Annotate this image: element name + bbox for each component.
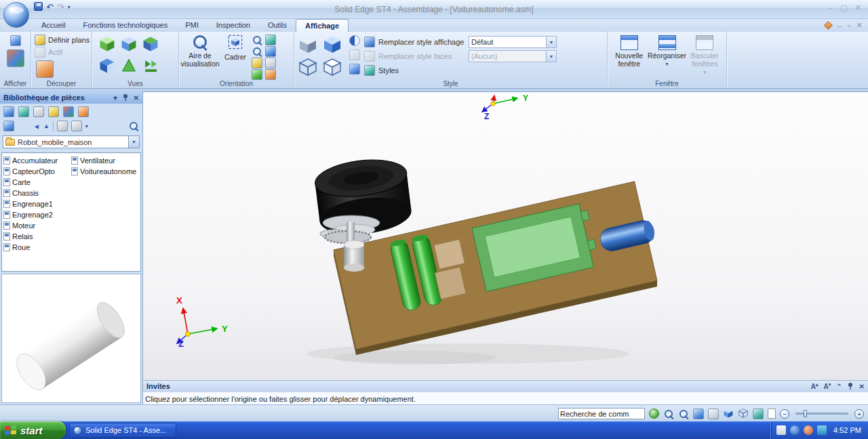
status-shaded-cube-icon[interactable] [723,408,734,420]
list-item[interactable]: Roue [3,242,70,253]
status-fit-icon[interactable] [693,409,704,419]
taskbar-task-solid-edge[interactable]: Solid Edge ST4 - Asse... [69,423,176,438]
style-affichage-combo[interactable]: Défaut ▾ [469,36,557,48]
tab-inspection[interactable]: Inspection [208,19,259,32]
open-folder-icon[interactable] [78,106,89,117]
list-item[interactable]: Chassis [3,188,70,198]
vue-droite-icon[interactable] [142,35,159,56]
close-icon[interactable]: ✕ [855,3,861,12]
tab-fonctions-technologiques[interactable]: Fonctions technologiques [74,19,176,32]
tab-outils[interactable]: Outils [259,19,296,32]
cadrer-button[interactable]: Cadrer [222,34,249,81]
display-manager-icon[interactable] [7,49,24,67]
tab-affichage[interactable]: Affichage [296,19,349,32]
list-item[interactable]: Carte [3,177,70,188]
pan-icon[interactable] [252,58,262,68]
styles-label[interactable]: Styles [378,66,465,75]
nouvelle-fenetre-button[interactable]: Nouvelle fenêtre [612,35,646,75]
minimize-icon[interactable]: – [829,3,833,12]
display-configurations-icon[interactable] [10,35,21,46]
doc-restore-icon[interactable]: ▫ [848,22,850,30]
zoom-slider-thumb[interactable] [804,410,807,417]
assembly-relations-icon[interactable] [18,106,29,117]
zoom-selection-icon[interactable] [252,35,262,45]
list-item[interactable]: Ventilateur [71,155,138,166]
font-increase-icon[interactable]: A▴ [811,382,818,390]
place-part-icon[interactable] [3,106,14,117]
search-go-icon[interactable] [649,409,659,419]
rotate-icon[interactable] [252,69,262,80]
perspective-grid-icon[interactable] [349,64,360,75]
basculer-dropdown-icon[interactable]: ▾ [703,69,706,75]
style-aretes-visibles-icon[interactable] [322,57,344,79]
reorganiser-dropdown-icon[interactable]: ▾ [665,61,668,67]
list-item[interactable]: CapteurOpto [3,166,70,177]
reflexions-icon[interactable] [349,49,360,60]
style-ombre-icon[interactable] [298,35,319,56]
basculer-fenetres-button[interactable]: Basculer fenêtres ▾ [688,35,722,75]
reorganiser-button[interactable]: Réorganiser ▾ [649,35,686,75]
panel-collapse-icon[interactable]: ▾ [114,94,117,102]
maximize-icon[interactable]: ▢ [840,3,847,12]
library-search-icon[interactable] [128,121,139,131]
undo-icon[interactable]: ↶ [46,3,54,12]
aire-visualisation-button[interactable]: Aire de visualisation [181,34,219,81]
status-zoom-icon[interactable] [678,409,689,419]
list-item[interactable]: Voitureautonome [71,166,138,177]
3d-viewport[interactable]: Y Z X Y Z Invites A▴ A▾ ⌃ ✕ Cliquez pour… [143,91,868,404]
doc-minimize-icon[interactable]: – [837,22,842,30]
tray-icon-1[interactable] [776,425,786,435]
back-arrow-icon[interactable]: ◄ [33,123,40,130]
style-filaire-icon[interactable] [298,57,319,79]
panel-view-icon[interactable] [3,121,14,131]
list-item[interactable]: Relais [3,231,70,242]
list-view-icon[interactable] [57,121,68,131]
vue-precedente-icon[interactable] [265,69,276,80]
list-item[interactable]: Engrenage1 [3,198,70,209]
vue-dimetrique-icon[interactable] [120,57,138,77]
folder-combo-dropdown-icon[interactable]: ▾ [128,136,139,148]
zoom-slider[interactable] [795,413,848,415]
help-diamond-icon[interactable] [824,21,833,30]
vue-dessus-icon[interactable] [120,35,138,56]
vue-iso-icon[interactable] [98,57,116,77]
measure-icon[interactable] [48,106,59,117]
tray-icon-3[interactable] [804,425,813,435]
qat-customize-icon[interactable]: ▾ [68,3,71,12]
coupe-icon[interactable] [36,60,54,78]
status-wire-cube-icon[interactable] [738,408,749,420]
style-affichage-dropdown-icon[interactable]: ▾ [546,37,556,47]
rendu-sphere-icon[interactable] [349,35,360,46]
redo-icon[interactable]: ↷ [57,3,64,12]
list-item[interactable]: Accumulateur [3,155,70,166]
views-dropdown-icon[interactable]: ▾ [85,123,88,129]
invites-expand-icon[interactable]: ⌃ [836,383,842,390]
status-select-tool-icon[interactable] [753,409,764,419]
doc-close-icon[interactable]: ✕ [856,21,863,30]
application-menu-button[interactable] [3,2,29,28]
vues-communes-icon[interactable] [265,35,276,45]
style-faces-dropdown-icon[interactable]: ▾ [546,51,556,62]
start-button[interactable]: start [0,421,66,439]
status-zoom-area-icon[interactable] [663,409,674,419]
invites-close-icon[interactable]: ✕ [859,383,865,390]
vue-trimetrique-icon[interactable] [142,57,159,77]
invites-pin-icon[interactable] [847,382,854,390]
up-folder-icon[interactable]: ▲ [43,123,50,129]
list-item[interactable]: Moteur [3,220,70,231]
status-sheet-icon[interactable] [768,409,776,419]
capture-fit-icon[interactable] [33,106,44,117]
list-item[interactable]: Engrenage2 [3,209,70,220]
vue-face-icon[interactable] [98,35,116,56]
font-decrease-icon[interactable]: A▾ [823,382,831,390]
style-ombre-aretes-icon[interactable] [322,35,344,56]
definir-plans-button[interactable]: Définir plans [33,34,90,46]
tab-pmi[interactable]: PMI [176,19,208,32]
folder-combo[interactable]: Robot_mobile_maison ▾ [3,135,140,148]
save-icon[interactable] [34,2,43,12]
tab-accueil[interactable]: Accueil [33,19,74,32]
actif-button[interactable]: Actif [33,46,90,58]
style-faces-combo[interactable]: (Aucun) ▾ [469,50,557,62]
pattern-grid-icon[interactable] [63,106,74,117]
panel-close-icon[interactable]: ✕ [134,94,139,102]
